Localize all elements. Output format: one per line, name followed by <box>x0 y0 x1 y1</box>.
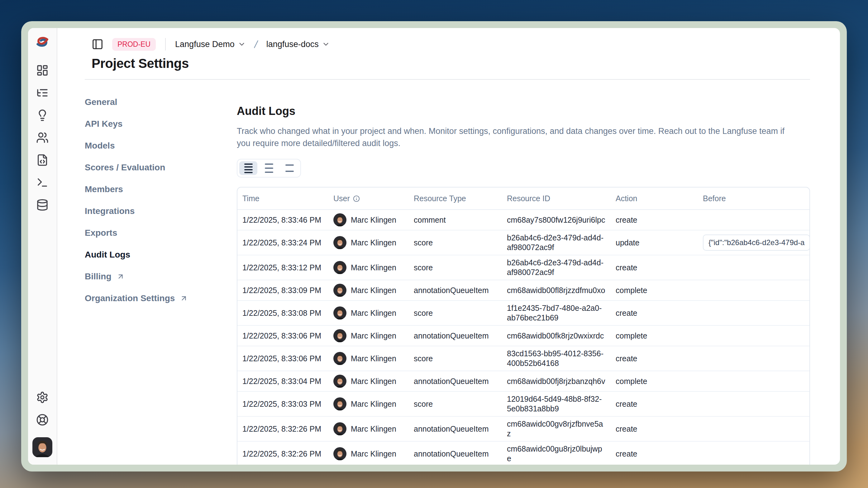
user-avatar <box>333 352 346 365</box>
log-user: Marc Klingen <box>329 375 409 388</box>
log-user: Marc Klingen <box>329 352 409 365</box>
user-name: Marc Klingen <box>351 424 396 433</box>
table-header: Time User Resource Type Resource ID Acti… <box>238 188 809 210</box>
log-time: 1/22/2025, 8:32:26 PM <box>238 449 329 458</box>
table-row[interactable]: 1/22/2025, 8:33:09 PM Marc Klingen annot… <box>238 280 809 301</box>
log-user: Marc Klingen <box>329 236 409 249</box>
table-row[interactable]: 1/22/2025, 8:33:46 PM Marc Klingen comme… <box>238 210 809 230</box>
table-row[interactable]: 1/22/2025, 8:33:06 PM Marc Klingen score <box>238 346 809 371</box>
nav-item-exports[interactable]: Exports <box>85 228 237 238</box>
column-before[interactable]: Before <box>698 194 809 203</box>
log-user: Marc Klingen <box>329 284 409 297</box>
row-height-medium-button[interactable] <box>260 161 278 175</box>
log-resource-type: annotationQueueItem <box>409 331 502 340</box>
tracing-tree-icon[interactable] <box>36 87 49 99</box>
settings-gear-icon[interactable] <box>36 391 49 403</box>
log-resource-id: 1f1e2435-7bd7-480e-a2a0-ab76bec21b69 <box>502 301 611 325</box>
table-row[interactable]: 1/22/2025, 8:33:03 PM Marc Klingen score <box>238 392 809 417</box>
lightbulb-icon[interactable] <box>36 109 49 122</box>
langfuse-app: PROD-EU Langfuse Demo langfuse-docs Proj… <box>28 28 840 465</box>
user-name: Marc Klingen <box>351 449 396 458</box>
dashboard-icon[interactable] <box>36 64 49 76</box>
column-resource-id[interactable]: Resource ID <box>502 194 611 203</box>
icon-sidebar <box>28 28 57 465</box>
log-time: 1/22/2025, 8:33:03 PM <box>238 399 329 409</box>
log-before: {"id":"b26ab4c6-d2e3-479d-a <box>698 234 809 251</box>
org-selector[interactable]: Langfuse Demo <box>175 39 235 49</box>
breadcrumb-slash-icon <box>251 39 261 50</box>
column-time[interactable]: Time <box>238 194 329 203</box>
table-body: 1/22/2025, 8:33:46 PM Marc Klingen comme… <box>238 210 809 465</box>
nav-item-general[interactable]: General <box>85 97 237 107</box>
log-action: create <box>611 308 698 318</box>
row-height-large-button[interactable] <box>280 161 299 175</box>
log-action: create <box>611 424 698 433</box>
page-title: Project Settings <box>92 56 840 71</box>
column-user[interactable]: User <box>329 194 409 203</box>
breadcrumb-divider <box>165 38 166 51</box>
file-code-icon[interactable] <box>36 154 49 166</box>
column-resource-type[interactable]: Resource Type <box>409 194 502 203</box>
log-time: 1/22/2025, 8:33:46 PM <box>238 216 329 225</box>
log-time: 1/22/2025, 8:33:04 PM <box>238 377 329 386</box>
nav-item-organization-settings[interactable]: Organization Settings <box>85 293 237 303</box>
terminal-icon[interactable] <box>36 176 49 189</box>
nav-item-audit-logs[interactable]: Audit Logs <box>85 250 237 260</box>
users-icon[interactable] <box>36 131 49 144</box>
log-resource-id: 83cd1563-bb95-4012-8356-400b52b64168 <box>502 346 611 370</box>
user-avatar <box>333 236 346 249</box>
column-action[interactable]: Action <box>611 194 698 203</box>
log-time: 1/22/2025, 8:33:08 PM <box>238 308 329 318</box>
table-row[interactable]: 1/22/2025, 8:33:12 PM Marc Klingen score <box>238 255 809 280</box>
audit-logs-table: Time User Resource Type Resource ID Acti… <box>237 187 810 465</box>
log-resource-type: score <box>409 399 502 409</box>
log-action: create <box>611 399 698 409</box>
chevron-down-icon[interactable] <box>238 40 246 48</box>
log-time: 1/22/2025, 8:33:09 PM <box>238 286 329 295</box>
user-avatar[interactable] <box>32 437 52 457</box>
nav-item-api-keys[interactable]: API Keys <box>85 119 237 129</box>
log-time: 1/22/2025, 8:33:06 PM <box>238 354 329 363</box>
table-row[interactable]: 1/22/2025, 8:33:08 PM Marc Klingen score <box>238 301 809 326</box>
log-action: create <box>611 354 698 363</box>
before-json-preview[interactable]: {"id":"b26ab4c6-d2e3-479d-a <box>703 234 810 251</box>
settings-nav: General API Keys Models Scores / Evaluat… <box>85 80 237 465</box>
table-row[interactable]: 1/22/2025, 8:33:04 PM Marc Klingen annot… <box>238 371 809 392</box>
user-avatar <box>333 375 346 388</box>
nav-item-integrations[interactable]: Integrations <box>85 206 237 216</box>
log-resource-type: annotationQueueItem <box>409 377 502 386</box>
info-icon[interactable] <box>353 195 360 202</box>
project-selector[interactable]: langfuse-docs <box>267 39 319 49</box>
langfuse-logo-icon[interactable] <box>35 36 50 48</box>
log-user: Marc Klingen <box>329 329 409 342</box>
app-window: PROD-EU Langfuse Demo langfuse-docs Proj… <box>21 21 847 471</box>
log-resource-type: annotationQueueItem <box>409 449 502 458</box>
log-time: 1/22/2025, 8:33:06 PM <box>238 331 329 340</box>
nav-item-billing[interactable]: Billing <box>85 271 237 282</box>
log-resource-type: score <box>409 263 502 272</box>
table-row[interactable]: 1/22/2025, 8:33:24 PM Marc Klingen score <box>238 230 809 255</box>
log-resource-type: score <box>409 308 502 318</box>
log-action: update <box>611 238 698 247</box>
table-row[interactable]: 1/22/2025, 8:32:26 PM Marc Klingen annot… <box>238 442 809 465</box>
log-action: complete <box>611 377 698 386</box>
user-name: Marc Klingen <box>351 354 396 363</box>
nav-item-scores-evaluation[interactable]: Scores / Evaluation <box>85 163 237 172</box>
log-resource-id: cm68awidc00gu8rjz0lbujwpe <box>502 442 611 465</box>
log-resource-type: annotationQueueItem <box>409 424 502 433</box>
nav-item-models[interactable]: Models <box>85 141 237 151</box>
database-icon[interactable] <box>36 199 49 211</box>
sidebar-toggle-icon[interactable] <box>92 38 103 50</box>
nav-item-members[interactable]: Members <box>85 184 237 194</box>
life-buoy-icon[interactable] <box>36 414 49 426</box>
row-height-small-button[interactable] <box>239 161 257 175</box>
user-name: Marc Klingen <box>351 216 396 225</box>
log-user: Marc Klingen <box>329 447 409 460</box>
breadcrumb: PROD-EU Langfuse Demo langfuse-docs <box>92 37 840 51</box>
table-row[interactable]: 1/22/2025, 8:33:06 PM Marc Klingen annot… <box>238 326 809 346</box>
table-row[interactable]: 1/22/2025, 8:32:26 PM Marc Klingen annot… <box>238 417 809 442</box>
log-time: 1/22/2025, 8:32:26 PM <box>238 424 329 433</box>
log-user: Marc Klingen <box>329 306 409 320</box>
chevron-down-icon[interactable] <box>322 40 330 48</box>
log-user: Marc Klingen <box>329 422 409 435</box>
